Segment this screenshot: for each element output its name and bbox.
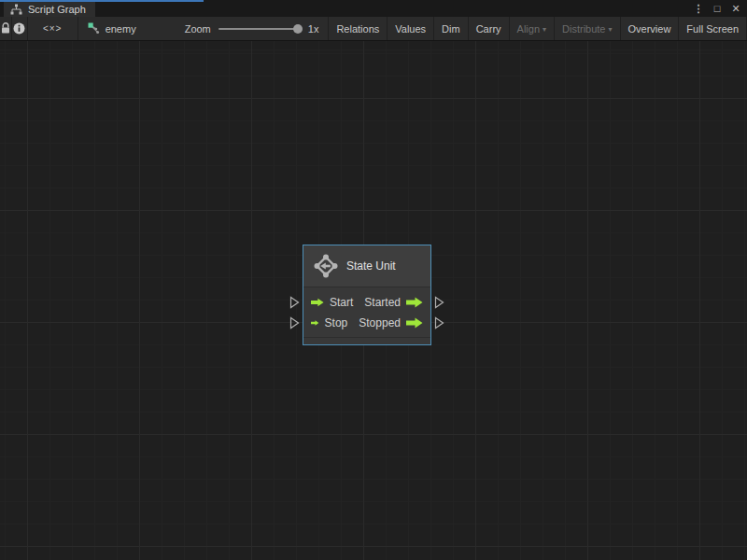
external-output-port-stopped[interactable] bbox=[434, 316, 444, 329]
port-label-start: Start bbox=[330, 296, 353, 309]
port-row: Start Started bbox=[303, 292, 430, 313]
code-brackets-icon: <×> bbox=[43, 23, 63, 34]
info-icon bbox=[13, 22, 25, 35]
dim-button-label: Dim bbox=[442, 23, 460, 35]
tab-script-graph[interactable]: Script Graph bbox=[4, 2, 95, 17]
maximize-icon[interactable]: □ bbox=[710, 1, 725, 16]
close-icon[interactable]: ✕ bbox=[728, 1, 743, 16]
node-footer bbox=[303, 337, 430, 344]
port-label-stop: Stop bbox=[325, 316, 348, 329]
node-header[interactable]: State Unit bbox=[303, 245, 430, 287]
carry-button[interactable]: Carry bbox=[469, 17, 510, 40]
tab-title: Script Graph bbox=[28, 4, 86, 15]
carry-button-label: Carry bbox=[476, 23, 501, 35]
chevron-down-icon: ▾ bbox=[543, 25, 546, 34]
external-input-port-start[interactable] bbox=[289, 296, 300, 309]
window-menu-icon[interactable]: ⋮ bbox=[691, 1, 706, 16]
lock-button[interactable] bbox=[0, 17, 12, 40]
output-port-arrow-icon[interactable] bbox=[406, 297, 423, 308]
state-unit-node[interactable]: State Unit Start Started bbox=[303, 245, 431, 345]
full-screen-button-label: Full Screen bbox=[686, 23, 739, 35]
align-button-label: Align bbox=[517, 23, 540, 35]
lock-icon bbox=[0, 22, 11, 35]
align-button: Align ▾ bbox=[510, 17, 555, 40]
info-button[interactable] bbox=[12, 17, 28, 40]
input-port-arrow-icon[interactable] bbox=[311, 317, 319, 329]
zoom-control: Zoom 1x bbox=[185, 23, 319, 35]
output-port-arrow-icon[interactable] bbox=[406, 317, 423, 329]
code-preview-button[interactable]: <×> bbox=[28, 17, 78, 40]
zoom-label: Zoom bbox=[185, 23, 211, 35]
external-output-port-started[interactable] bbox=[434, 296, 444, 309]
values-button-label: Values bbox=[395, 23, 426, 35]
output-port-group: Started bbox=[359, 296, 423, 309]
script-graph-window: Script Graph ⋮ □ ✕ <×> bbox=[0, 0, 747, 560]
overview-button-label: Overview bbox=[628, 23, 671, 35]
flow-graph-icon bbox=[88, 22, 100, 35]
dim-button[interactable]: Dim bbox=[434, 17, 469, 40]
zoom-slider-thumb[interactable] bbox=[293, 24, 303, 34]
state-machine-icon bbox=[314, 254, 338, 278]
port-label-stopped: Stopped bbox=[359, 316, 401, 329]
distribute-button: Distribute ▾ bbox=[555, 17, 620, 40]
zoom-value: 1x bbox=[308, 23, 319, 35]
chevron-down-icon: ▾ bbox=[609, 25, 613, 34]
graph-canvas[interactable]: State Unit Start Started bbox=[0, 41, 747, 560]
port-label-started: Started bbox=[364, 296, 401, 309]
input-port-arrow-icon[interactable] bbox=[311, 297, 324, 308]
full-screen-button[interactable]: Full Screen bbox=[679, 17, 747, 40]
tab-bar: Script Graph ⋮ □ ✕ bbox=[0, 0, 747, 17]
overview-button[interactable]: Overview bbox=[621, 17, 680, 40]
node-title: State Unit bbox=[346, 259, 396, 273]
window-controls: ⋮ □ ✕ bbox=[691, 0, 743, 17]
values-button[interactable]: Values bbox=[388, 17, 434, 40]
node-port-rows: Start Started Stop Stopped bbox=[303, 287, 430, 337]
graph-toolbar: <×> enemy Zoom 1x Relations Values bbox=[0, 17, 747, 41]
output-port-group: Stopped bbox=[353, 316, 423, 329]
distribute-button-label: Distribute bbox=[562, 23, 605, 35]
graph-hierarchy-icon bbox=[10, 4, 22, 15]
relations-button-label: Relations bbox=[336, 23, 379, 35]
zoom-slider[interactable] bbox=[218, 28, 301, 30]
port-row: Stop Stopped bbox=[303, 313, 430, 333]
graph-name[interactable]: enemy bbox=[106, 23, 136, 35]
graph-breadcrumb-cell: enemy Zoom 1x bbox=[78, 17, 330, 40]
external-input-port-stop[interactable] bbox=[289, 316, 300, 329]
relations-button[interactable]: Relations bbox=[329, 17, 388, 40]
